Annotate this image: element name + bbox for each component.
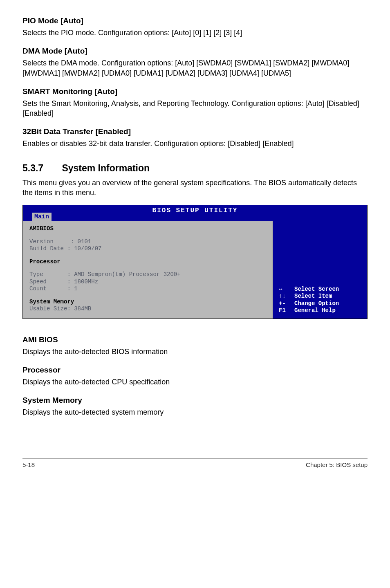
text-smart-monitoring: Sets the Smart Monitoring, Analysis, and… (22, 99, 368, 119)
text-processor: Displays the auto-detected CPU specifica… (22, 377, 368, 387)
bios-processor-type: Type : AMD Sempron(tm) Processor 3200+ (29, 271, 266, 278)
bios-right-panel: ↔ Select Screen ↑↓ Select Item +- Change… (273, 221, 367, 319)
bios-label-change-option: Change Option (294, 300, 339, 307)
heading-processor: Processor (22, 366, 368, 375)
bios-key-leftright: ↔ (279, 286, 288, 293)
heading-ami-bios: AMI BIOS (22, 335, 368, 344)
heading-number: 5.3.7 (22, 163, 59, 174)
bios-label-select-screen: Select Screen (294, 286, 339, 293)
chapter-title: Chapter 5: BIOS setup (306, 461, 368, 468)
bios-help-row: ↔ Select Screen (279, 286, 361, 293)
bios-left-panel: AMIBIOS Version : 0101 Build Date : 10/0… (23, 221, 273, 319)
heading-dma-mode: DMA Mode [Auto] (22, 47, 368, 56)
heading-system-information: 5.3.7 System Information (22, 163, 368, 174)
bios-setup-screenshot: BIOS SETUP UTILITY Main AMIBIOS Version … (22, 205, 368, 319)
bios-help-row: ↑↓ Select Item (279, 293, 361, 300)
text-system-information: This menu gives you an overview of the g… (22, 178, 368, 198)
bios-build-date: Build Date : 10/09/07 (29, 245, 266, 253)
text-ami-bios: Displays the auto-detected BIOS informat… (22, 347, 368, 357)
text-32bit-data-transfer: Enables or disables 32-bit data transfer… (22, 139, 368, 148)
bios-processor-count: Count : 1 (29, 285, 266, 293)
bios-tab-main: Main (32, 213, 52, 221)
page-footer: 5-18 Chapter 5: BIOS setup (22, 458, 368, 468)
bios-key-plusminus: +- (279, 300, 288, 307)
bios-version: Version : 0101 (29, 238, 266, 246)
heading-32bit-data-transfer: 32Bit Data Transfer [Enabled] (22, 127, 368, 136)
heading-smart-monitoring: SMART Monitoring [Auto] (22, 87, 368, 96)
text-dma-mode: Selects the DMA mode. Configuration opti… (22, 58, 368, 78)
text-system-memory: Displays the auto-detected system memory (22, 407, 368, 417)
bios-usable-size: Usable Size: 384MB (29, 305, 266, 313)
heading-system-memory: System Memory (22, 396, 368, 405)
bios-label-amibios: AMIBIOS (29, 225, 266, 233)
bios-label-processor: Processor (29, 258, 266, 266)
bios-label-general-help: General Help (294, 307, 336, 314)
bios-title-bar: BIOS SETUP UTILITY Main (23, 205, 367, 221)
page-number: 5-18 (22, 461, 35, 468)
bios-label-system-memory: System Memory (29, 298, 266, 306)
bios-label-select-item: Select Item (294, 293, 332, 300)
bios-processor-speed: Speed : 1800MHz (29, 278, 266, 286)
bios-key-updown: ↑↓ (279, 293, 288, 300)
bios-help-row: F1 General Help (279, 307, 361, 314)
bios-title-text: BIOS SETUP UTILITY (23, 205, 367, 215)
heading-pio-mode: PIO Mode [Auto] (22, 16, 368, 25)
heading-title: System Information (62, 163, 150, 173)
text-pio-mode: Selects the PIO mode. Configuration opti… (22, 28, 368, 38)
bios-key-f1: F1 (279, 307, 288, 314)
bios-help-row: +- Change Option (279, 300, 361, 307)
